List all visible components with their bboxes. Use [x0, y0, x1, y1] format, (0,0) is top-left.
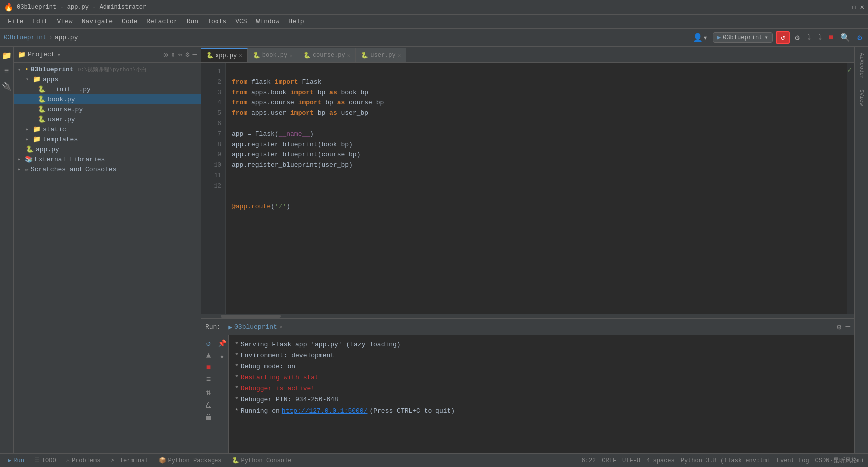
scroll-thumb[interactable] [221, 315, 281, 318]
bottom-tab-problems[interactable]: ⚠ Problems [62, 456, 105, 465]
tree-init-file[interactable]: 🐍 __init__.py [14, 84, 201, 94]
scroll-up-icon[interactable]: ▲ [206, 351, 211, 360]
run-url-link[interactable]: http://127.0.0.1:5000/ [282, 406, 368, 417]
wrap-icon[interactable]: ≡ [206, 375, 211, 384]
filter-icon[interactable]: ⇅ [206, 387, 211, 397]
scratches-expand-icon: ▸ [18, 166, 23, 172]
menu-tools[interactable]: Tools [203, 17, 230, 26]
menu-window[interactable]: Window [252, 17, 284, 26]
line-numbers: 1 2 3 4 5 6 7 8 9 10 11 12 [201, 63, 226, 314]
bottom-tab-python-console[interactable]: 🐍 Python Console [228, 456, 296, 465]
tree-templates-folder[interactable]: ▸ 📁 templates [14, 134, 201, 144]
window-controls[interactable]: — ☐ ✕ [844, 3, 864, 11]
run-tab-right-icons: ⚙ — [837, 322, 850, 332]
tab-bookpy-close[interactable]: ✕ [289, 52, 293, 59]
menu-vcs[interactable]: VCS [231, 17, 251, 26]
bottom-tab-run[interactable]: ▶ Run [4, 456, 28, 465]
project-icon[interactable]: 📁 [0, 49, 14, 63]
run-minimize-icon[interactable]: — [845, 322, 850, 332]
tab-coursepy-close[interactable]: ✕ [347, 52, 351, 59]
right-sidebar-icons: AiXcoder SView [854, 47, 868, 453]
maximize-button[interactable]: ☐ [852, 3, 856, 11]
sview-icon[interactable]: SView [858, 85, 866, 110]
status-line-endings[interactable]: CRLF [602, 457, 616, 464]
menu-navigate[interactable]: Navigate [78, 17, 117, 26]
tree-apps-folder[interactable]: ▾ 📁 apps [14, 74, 201, 84]
run-config-selector[interactable]: ▶ 03blueprint ▾ [713, 32, 773, 43]
minimize-button[interactable]: — [844, 3, 848, 11]
status-encoding[interactable]: UTF-8 [622, 457, 640, 464]
menu-view[interactable]: View [53, 17, 76, 26]
course-file-icon: 🐍 [38, 105, 46, 113]
tree-book-file[interactable]: 🐍 book.py [14, 94, 201, 104]
run-button[interactable]: ↺ [776, 31, 790, 44]
tree-root[interactable]: ▾ ▪ 03blueprint D:\视频课程\python\小白 [14, 65, 201, 74]
menu-run[interactable]: Run [183, 17, 202, 26]
menu-file[interactable]: File [4, 17, 27, 26]
tree-apppy-file[interactable]: 🐍 app.py [14, 144, 201, 154]
tree-scratches[interactable]: ▸ ✏ Scratches and Consoles [14, 164, 201, 174]
run-tab-03blueprint[interactable]: ▶ 03blueprint ✕ [226, 322, 284, 332]
tab-bookpy[interactable]: 🐍 book.py ✕ [248, 48, 298, 62]
run-text-6: Debugger PIN: 934-256-648 [241, 394, 338, 405]
run-config-dropdown-icon: ▾ [764, 34, 768, 41]
tree-static-folder[interactable]: ▸ 📁 static [14, 124, 201, 134]
search-icon[interactable]: 🔍 [838, 32, 852, 44]
locate-icon[interactable]: ◎ [164, 50, 168, 59]
settings-icon[interactable]: ⚙ [855, 32, 864, 44]
close-button[interactable]: ✕ [860, 3, 864, 11]
status-indent[interactable]: 4 spaces [646, 457, 675, 464]
menu-edit[interactable]: Edit [28, 17, 52, 26]
menu-code[interactable]: Code [118, 17, 141, 26]
delete-icon[interactable]: 🗑 [205, 413, 213, 422]
book-label: book.py [48, 96, 75, 103]
tab-userpy[interactable]: 🐍 user.py ✕ [356, 48, 406, 62]
tab-apppy-label: app.py [216, 52, 237, 59]
tree-external-libs[interactable]: ▸ 📚 External Libraries [14, 154, 201, 164]
bottom-tab-python-packages[interactable]: 📦 Python Packages [155, 456, 226, 465]
step-into-icon[interactable]: ⤵ [816, 32, 824, 43]
run-star-4: * [235, 372, 239, 383]
apppy-label: app.py [36, 146, 59, 153]
status-python-version[interactable]: Python 3.8 (flask_env:tmi [681, 457, 771, 464]
aiview-icon[interactable]: AiXcoder [858, 49, 866, 83]
expand-all-icon[interactable]: ⇕ [171, 50, 175, 59]
left-sidebar-icons: 📁 ≡ 🔌 [0, 47, 14, 453]
tab-apppy[interactable]: 🐍 app.py ✕ [201, 48, 248, 62]
status-event-log[interactable]: Event Log [777, 457, 809, 464]
stop-icon[interactable]: ■ [827, 32, 836, 43]
tree-user-file[interactable]: 🐍 user.py [14, 114, 201, 124]
horizontal-scrollbar[interactable] [201, 314, 854, 318]
tab-apppy-close[interactable]: ✕ [239, 52, 242, 59]
tab-userpy-close[interactable]: ✕ [398, 52, 401, 59]
code-content[interactable]: from flask import Flask from apps.book i… [226, 63, 847, 314]
bottom-tab-terminal[interactable]: >_ Terminal [107, 456, 153, 465]
status-line-col[interactable]: 6:22 [581, 457, 596, 464]
print-icon[interactable]: 🖨 [205, 400, 213, 410]
gear-icon[interactable]: ⚙ [185, 50, 189, 59]
structure-icon[interactable]: ≡ [2, 65, 11, 78]
run-tab-close[interactable]: ✕ [279, 324, 283, 330]
project-dropdown-icon[interactable]: ▾ [57, 51, 61, 59]
breadcrumb-file[interactable]: app.py [55, 34, 78, 41]
breadcrumb-root[interactable]: 03blueprint [4, 34, 47, 41]
hide-panel-icon[interactable]: — [193, 50, 197, 59]
collapse-all-icon[interactable]: ⇔ [178, 50, 182, 59]
settings-run-icon[interactable]: ⚙ [793, 32, 802, 44]
account-icon[interactable]: 👤▾ [691, 32, 710, 44]
tree-course-file[interactable]: 🐍 course.py [14, 104, 201, 114]
stop-run-icon[interactable]: ■ [206, 363, 211, 372]
extlibs-icon: 📚 [25, 155, 33, 163]
fav-star-icon[interactable]: ★ [220, 352, 224, 360]
tab-coursepy[interactable]: 🐍 course.py ✕ [298, 48, 356, 62]
step-over-icon[interactable]: ⤵ [805, 32, 813, 43]
plugin-icon[interactable]: 🔌 [0, 80, 14, 94]
bottom-tab-todo[interactable]: ☰ TODO [30, 456, 60, 465]
rerun-icon[interactable]: ↺ [206, 338, 211, 348]
status-csdn[interactable]: CSDN·昆昕风格mi [815, 456, 864, 465]
menu-refactor[interactable]: Refactor [142, 17, 181, 26]
fav-pin-icon[interactable]: 📌 [218, 339, 226, 348]
menu-help[interactable]: Help [284, 17, 308, 26]
run-settings-icon[interactable]: ⚙ [837, 322, 842, 332]
editor-area: 🐍 app.py ✕ 🐍 book.py ✕ 🐍 course.py ✕ 🐍 u… [201, 47, 854, 453]
